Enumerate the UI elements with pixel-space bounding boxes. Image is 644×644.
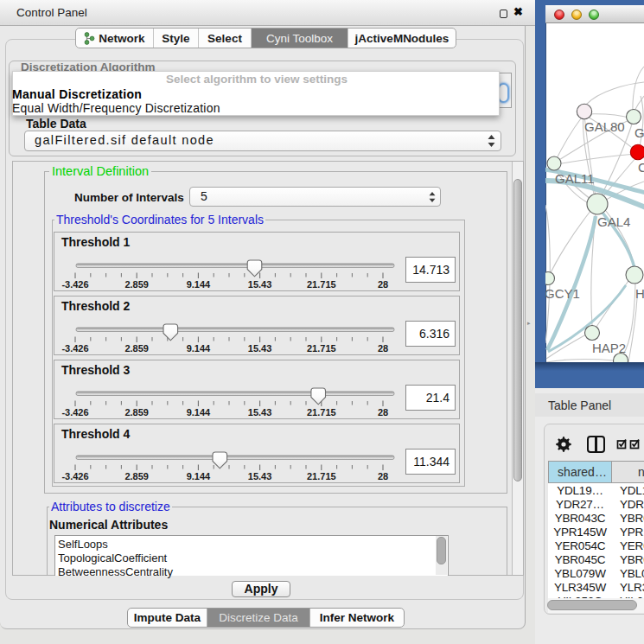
svg-text:9.144: 9.144 [187, 343, 211, 354]
svg-text:15.43: 15.43 [248, 407, 272, 418]
svg-text:28: 28 [378, 407, 388, 418]
svg-text:C: C [638, 160, 644, 175]
svg-text:28: 28 [378, 343, 388, 354]
svg-text:GAL4: GAL4 [597, 214, 630, 229]
svg-text:2.859: 2.859 [124, 471, 149, 481]
svg-text:HAP2: HAP2 [592, 341, 626, 355]
svg-text:28: 28 [378, 279, 388, 290]
svg-text:-3.426: -3.426 [61, 343, 88, 354]
svg-text:21.715: 21.715 [307, 471, 336, 481]
svg-text:21.715: 21.715 [307, 279, 336, 290]
svg-text:15.43: 15.43 [248, 279, 272, 290]
svg-text:15.43: 15.43 [248, 471, 272, 481]
svg-text:GAL11: GAL11 [555, 171, 595, 186]
svg-text:2.859: 2.859 [124, 343, 149, 354]
svg-text:9.144: 9.144 [187, 471, 211, 481]
svg-text:9.144: 9.144 [187, 279, 211, 290]
svg-text:GCY1: GCY1 [545, 286, 580, 301]
svg-text:-3.426: -3.426 [61, 279, 88, 290]
svg-text:H: H [635, 286, 644, 301]
svg-text:GA: GA [634, 125, 644, 140]
svg-text:2.859: 2.859 [124, 407, 149, 418]
svg-text:28: 28 [378, 471, 388, 481]
svg-text:21.715: 21.715 [307, 407, 336, 418]
svg-text:15.43: 15.43 [248, 343, 272, 354]
svg-text:9.144: 9.144 [187, 407, 211, 418]
svg-text:2.859: 2.859 [124, 279, 149, 290]
svg-text:21.715: 21.715 [307, 343, 336, 354]
svg-text:-3.426: -3.426 [61, 471, 88, 481]
svg-text:GAL80: GAL80 [584, 119, 625, 134]
svg-text:-3.426: -3.426 [61, 407, 88, 418]
